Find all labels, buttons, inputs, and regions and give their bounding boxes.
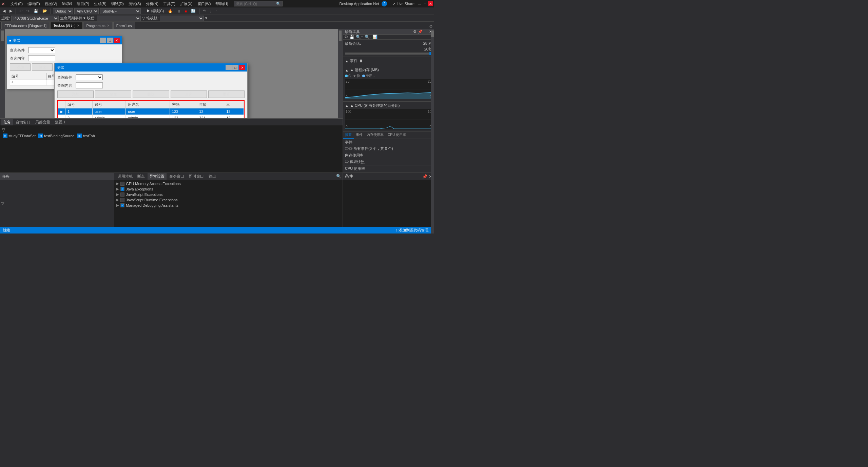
datasrc-1[interactable]: ⊞ studyEFDataSet	[3, 134, 36, 138]
diag-collapse-btn[interactable]: —	[424, 29, 428, 34]
js-checkbox[interactable]	[120, 192, 124, 197]
tab-efdata[interactable]: EFData.edmx [Diagram1]	[1, 22, 50, 29]
inner-win-2-minimize[interactable]: —	[226, 65, 232, 70]
query-condition-select-2[interactable]	[76, 74, 103, 80]
bottom-tab-breakpoints[interactable]: 断点	[135, 173, 147, 180]
menu-help[interactable]: 帮助(H)	[213, 1, 230, 7]
exceptions-search-icon[interactable]: 🔍	[336, 174, 341, 179]
delete-button-2[interactable]: 删除	[133, 90, 169, 98]
diag-tool-settings[interactable]: ⚙	[344, 35, 348, 39]
tab-program[interactable]: Program.cs ✕	[83, 22, 113, 29]
diag-settings-btn[interactable]: ⚙	[413, 29, 417, 34]
menu-project[interactable]: 项目(P)	[75, 1, 91, 7]
add-button[interactable]: 添加	[10, 63, 31, 71]
screenshot-btn[interactable]: ◎ 截取快照	[345, 160, 365, 164]
bottom-tab-exceptions[interactable]: 异常设置	[148, 173, 167, 180]
diag-tab-events[interactable]: 事件	[354, 132, 365, 139]
menu-debug[interactable]: 调试(D)	[109, 1, 126, 7]
project-select[interactable]: StudyEF	[100, 8, 141, 14]
live-share-btn[interactable]: ↗ Live Share	[392, 2, 414, 6]
edit-button-2[interactable]: 修改	[95, 90, 131, 98]
jsruntime-expand-icon[interactable]: ▶	[116, 198, 119, 202]
close-button[interactable]: ✕	[428, 1, 433, 6]
inner-win-2-close[interactable]: ✕	[239, 65, 245, 70]
bottom-tab-watch[interactable]: 监视 1	[53, 119, 67, 125]
bottom-tab-callstack[interactable]: 调用堆栈	[116, 173, 135, 180]
menu-extend[interactable]: 扩展(X)	[178, 1, 195, 7]
bottom-tab-auto[interactable]: 自动窗口	[14, 119, 33, 125]
gpu-expand-icon[interactable]: ▶	[116, 182, 119, 185]
debug-mode-select[interactable]: Debug	[53, 8, 73, 14]
tab-form1[interactable]: Form1.cs	[113, 22, 135, 29]
step-over-btn[interactable]: ↷	[201, 8, 207, 14]
search-button-2[interactable]: 查询	[171, 90, 207, 98]
cpu-collapse-icon[interactable]: ▲	[345, 104, 349, 108]
toolbar-save-btn[interactable]: 💾	[32, 8, 40, 14]
thread-select[interactable]	[97, 16, 141, 21]
memory-collapse-icon[interactable]: ▲	[345, 68, 349, 72]
step-out-btn[interactable]: ↑	[214, 9, 219, 14]
tab-test-close[interactable]: ✕	[77, 24, 80, 27]
time-slider[interactable]	[345, 53, 432, 55]
bottom-tab-locals[interactable]: 局部变量	[33, 119, 52, 125]
user-badge[interactable]: 2	[382, 1, 387, 6]
menu-build[interactable]: 生成(B)	[92, 1, 109, 7]
gpu-checkbox[interactable]	[120, 182, 124, 186]
inner-win-2-maximize[interactable]: □	[232, 65, 238, 70]
diag-tab-cpu[interactable]: CPU 使用率	[386, 132, 408, 139]
managed-expand-icon[interactable]: ▶	[116, 203, 119, 207]
inner-win-1-close[interactable]: ✕	[114, 38, 120, 43]
menu-view[interactable]: 视图(V)	[43, 1, 59, 7]
menu-edit[interactable]: 编辑(E)	[25, 1, 42, 7]
maximize-button[interactable]: □	[423, 1, 427, 6]
bottom-tab-tasks[interactable]: 任务	[1, 119, 13, 125]
managed-checkbox[interactable]: ✓	[120, 203, 124, 207]
query-condition-select[interactable]	[28, 47, 55, 53]
search-input[interactable]	[235, 2, 276, 6]
java-checkbox[interactable]: ✓	[120, 187, 124, 191]
menu-test[interactable]: 测试(S)	[127, 1, 143, 7]
bottom-tab-command[interactable]: 命令窗口	[167, 173, 186, 180]
menu-window[interactable]: 窗口(W)	[195, 1, 213, 7]
inner-win-1-maximize[interactable]: □	[107, 38, 113, 43]
toolbar-open-btn[interactable]: 📂	[41, 8, 49, 14]
diag-tab-summary[interactable]: 摘要	[343, 132, 354, 139]
cpu-mode-select[interactable]: Any CPU	[74, 8, 99, 14]
process-select[interactable]: [40708] StudyEF.exe	[11, 16, 59, 21]
reset-button-2[interactable]: 重置	[208, 90, 245, 98]
stack-select[interactable]	[160, 16, 204, 21]
menu-git[interactable]: Git(G)	[60, 1, 74, 7]
event-pause-btn[interactable]: ⏸	[359, 59, 363, 63]
query-content-input-2[interactable]	[76, 82, 103, 88]
menu-analyze[interactable]: 分析(N)	[144, 1, 160, 7]
toolbar-pause-btn[interactable]: ⏸	[175, 9, 182, 14]
toolbar-redo-btn[interactable]: ↪	[25, 8, 31, 14]
toolbar-back-btn[interactable]: ◀	[1, 8, 7, 14]
diag-settings-icon[interactable]: ⚙	[429, 24, 433, 29]
continue-btn[interactable]: ▶ 继续(C)	[145, 8, 165, 14]
tab-test[interactable]: Test.cs [设计] ✕	[50, 22, 82, 29]
minimize-button[interactable]: —	[417, 1, 422, 6]
toolbar-forward-btn[interactable]: ▶	[8, 8, 14, 14]
step-into-btn[interactable]: ↓	[209, 9, 213, 14]
table-row-2[interactable]: 2 admin admin 123 321 12	[58, 115, 244, 119]
right-scrollbar[interactable]	[338, 29, 343, 118]
tab-program-close[interactable]: ✕	[107, 24, 110, 27]
diag-pin-btn[interactable]: 📌	[418, 29, 423, 34]
java-expand-icon[interactable]: ▶	[116, 187, 119, 191]
diag-tool-zoom-out[interactable]: 🔍-	[365, 35, 371, 39]
diag-scrollbar[interactable]	[431, 30, 434, 172]
hot-reload-btn[interactable]: 🔥	[167, 8, 174, 14]
toolbar-undo-btn[interactable]: ↩	[18, 8, 24, 14]
edit-button[interactable]: 修改	[32, 63, 53, 71]
toolbar-restart-btn[interactable]: 🔄	[190, 8, 197, 14]
diag-tool-save[interactable]: 💾	[349, 35, 354, 39]
toolbar-stop-btn[interactable]: ■	[183, 9, 188, 14]
query-content-input[interactable]	[28, 55, 55, 61]
jsruntime-checkbox[interactable]	[120, 198, 124, 202]
left-scrollbar[interactable]	[0, 29, 5, 118]
menu-tools[interactable]: 工具(T)	[161, 1, 177, 7]
bottom-tab-immediate[interactable]: 即时窗口	[187, 173, 206, 180]
table-row-1[interactable]: ▶ 1 user user 123 12 12	[58, 108, 244, 115]
lifecycle-btn[interactable]: 生命周期事件 ▾	[60, 16, 85, 21]
